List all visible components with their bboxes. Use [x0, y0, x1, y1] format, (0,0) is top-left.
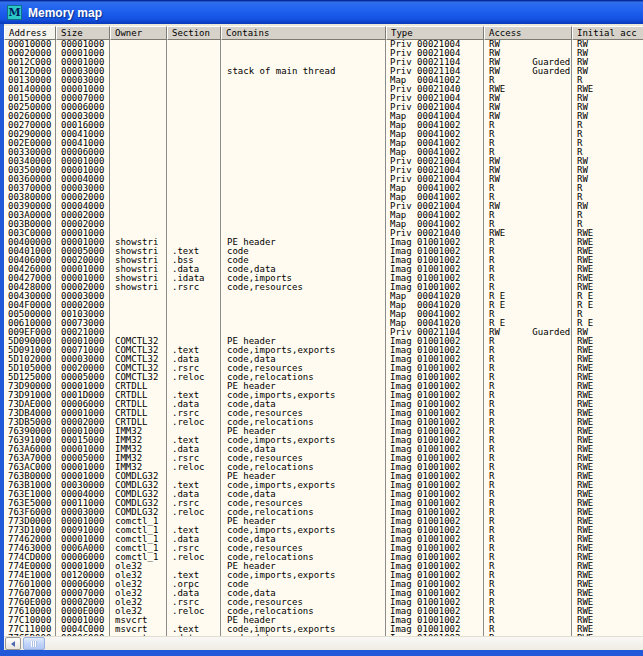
column-header-contains[interactable]: Contains [221, 26, 386, 40]
table-row[interactable]: 0037000000003000Map 00041002RR [4, 184, 643, 193]
table-row[interactable]: 0033000000006000Map 00041002RR [4, 148, 643, 157]
table-row[interactable]: 0061000000073000Map 00041020R ER E [4, 319, 643, 328]
cell-initial-access: RWE [572, 364, 643, 373]
table-row[interactable]: 774630000006A000comctl_1.rsrccode,resour… [4, 544, 643, 553]
table-row[interactable]: 5D10200000003000COMCTL32.datacode,dataIm… [4, 355, 643, 364]
table-row[interactable]: 0014000000001000Priv 00021040RWERWE [4, 85, 643, 94]
table-row[interactable]: 773D000000001000comctl_1PE headerImag 01… [4, 517, 643, 526]
title-bar[interactable]: M Memory map [0, 0, 643, 24]
cell-access: R [484, 139, 572, 148]
table-row[interactable]: 73D910000001D000CRTDLL.textcode,imports,… [4, 391, 643, 400]
memory-map-grid: 0001000000001000Priv 00021004RWRW0002000… [4, 40, 643, 636]
cell-owner [110, 319, 167, 328]
table-row[interactable]: 004F000000002000Map 00041020R ER E [4, 301, 643, 310]
cell-size: 00120000 [56, 571, 110, 580]
table-row[interactable]: 0042800000002000showstri.rsrccode,resour… [4, 283, 643, 292]
table-row[interactable]: 774CD00000006000comctl_1.reloccode,reloc… [4, 553, 643, 562]
table-row[interactable]: 0012C00000001000Priv 00021104RW GuardedR… [4, 58, 643, 67]
cell-access: R [484, 481, 572, 490]
table-row[interactable]: 0034000000001000Priv 00021004RWRW [4, 157, 643, 166]
cell-section [167, 148, 221, 157]
table-row[interactable]: 0027000000016000Map 00041002RR [4, 121, 643, 130]
table-row[interactable]: 0001000000001000Priv 00021004RWRW [4, 40, 643, 49]
cell-access: R [484, 544, 572, 553]
cell-type: Imag 01001002 [386, 445, 484, 454]
table-row[interactable]: 003C000000001000Priv 00021040RWERWE [4, 229, 643, 238]
table-row[interactable]: 774E100000120000ole32.textcode,imports,e… [4, 571, 643, 580]
table-row[interactable]: 0013000000003000Map 00041002RR [4, 76, 643, 85]
table-row[interactable]: 0040000000001000showstriPE headerImag 01… [4, 238, 643, 247]
table-row[interactable]: 776100000000E000ole32.reloccode,relocati… [4, 607, 643, 616]
table-row[interactable]: 7760100000006000ole32.orpccodeImag 01001… [4, 580, 643, 589]
table-row[interactable]: 0029000000041000Map 00041002RR [4, 130, 643, 139]
table-row[interactable]: 0025000000006000Priv 00021004RWRW [4, 103, 643, 112]
table-row[interactable]: 5D10500000020000COMCTL32.rsrccode,resour… [4, 364, 643, 373]
column-header-size[interactable]: Size [56, 26, 110, 40]
horizontal-scrollbar-thumb[interactable] [23, 637, 45, 650]
cell-type: Imag 01001002 [386, 580, 484, 589]
cell-owner [110, 166, 167, 175]
table-row[interactable]: 77C110000004C000msvcrt.textcode,imports,… [4, 625, 643, 634]
table-row[interactable]: 73DB400000001000CRTDLL.rsrccode,resource… [4, 409, 643, 418]
table-row[interactable]: 7639000000001000IMM32PE headerImag 01001… [4, 427, 643, 436]
table-row[interactable]: 7639100000015000IMM32.textcode,imports,e… [4, 436, 643, 445]
horizontal-scrollbar[interactable] [4, 636, 643, 650]
table-row[interactable]: 0043000000003000Map 00041020R ER E [4, 292, 643, 301]
table-row[interactable]: 0042600000001000showstri.datacode,dataIm… [4, 265, 643, 274]
table-row[interactable]: 0039000000004000Priv 00021004RWRW [4, 202, 643, 211]
table-row[interactable]: 763B100000030000COMDLG32.textcode,import… [4, 481, 643, 490]
table-row[interactable]: 763A700000005000IMM32.rsrccode,resources… [4, 454, 643, 463]
table-row[interactable]: 0036000000004000Priv 00021004RWRW [4, 175, 643, 184]
cell-owner: COMCTL32 [110, 364, 167, 373]
table-row[interactable]: 009EF00000021000Priv 00021104RW GuardedR… [4, 328, 643, 337]
table-row[interactable]: 5D09000000001000COMCTL32PE headerImag 01… [4, 337, 643, 346]
table-row[interactable]: 773D100000091000comctl_1.textcode,import… [4, 526, 643, 535]
table-row[interactable]: 763A600000001000IMM32.datacode,dataImag … [4, 445, 643, 454]
table-row[interactable]: 763F600000003000COMDLG32.reloccode,reloc… [4, 508, 643, 517]
table-row[interactable]: 7760E00000002000ole32.rsrccode,resources… [4, 598, 643, 607]
table-row[interactable]: 002E000000041000Map 00041002RR [4, 139, 643, 148]
table-row[interactable]: 73D9000000001000CRTDLLPE headerImag 0100… [4, 382, 643, 391]
table-row[interactable]: 0040100000005000showstri.textcodeImag 01… [4, 247, 643, 256]
table-row[interactable]: 0040600000020000showstri.bsscodeImag 010… [4, 256, 643, 265]
cell-owner: COMDLG32 [110, 508, 167, 517]
table-row[interactable]: 774E000000001000ole32PE headerImag 01001… [4, 562, 643, 571]
table-row[interactable]: 763B000000001000COMDLG32PE headerImag 01… [4, 472, 643, 481]
table-row[interactable]: 003A000000002000Map 00041002RR [4, 211, 643, 220]
cell-section: .data [167, 400, 221, 409]
table-row[interactable]: 0012D00000003000stack of main threadPriv… [4, 67, 643, 76]
column-header-address[interactable]: Address [4, 26, 56, 40]
table-row[interactable]: 763AC00000001000IMM32.reloccode,relocati… [4, 463, 643, 472]
table-row[interactable]: 0038000000002000Map 00041002RR [4, 193, 643, 202]
table-row[interactable]: 77C1000000001000msvcrtPE headerImag 0100… [4, 616, 643, 625]
table-row[interactable]: 0026000000003000Map 00041004RWRW [4, 112, 643, 121]
column-header-section[interactable]: Section [167, 26, 221, 40]
table-row[interactable]: 0015000000007000Priv 00021004RWRW [4, 94, 643, 103]
cell-section [167, 166, 221, 175]
scroll-left-button[interactable] [5, 637, 21, 650]
table-row[interactable]: 763E500000011000COMDLG32.rsrccode,resour… [4, 499, 643, 508]
table-row[interactable]: 003B000000002000Map 00041002RR [4, 220, 643, 229]
cell-access: R [484, 472, 572, 481]
table-row[interactable]: 7746200000001000comctl_1.datacode,dataIm… [4, 535, 643, 544]
cell-size: 00006000 [56, 580, 110, 589]
cell-access: RW Guarded [484, 328, 572, 337]
table-row[interactable]: 5D09100000071000COMCTL32.textcode,import… [4, 346, 643, 355]
column-header-access[interactable]: Access [484, 26, 572, 40]
table-row[interactable]: 5D12500000005000COMCTL32.reloccode,reloc… [4, 373, 643, 382]
column-header-initial-access[interactable]: Initial acc [572, 26, 643, 40]
table-row[interactable]: 0050000000103000Map 00041002RR [4, 310, 643, 319]
column-header-type[interactable]: Type [386, 26, 484, 40]
table-row[interactable]: 0002000000001000Priv 00021004RWRW [4, 49, 643, 58]
table-row[interactable]: 7760700000007000ole32.datacode,dataImag … [4, 589, 643, 598]
table-row[interactable]: 0042700000001000showstri.idatacode,impor… [4, 274, 643, 283]
column-header-owner[interactable]: Owner [110, 26, 167, 40]
cell-size: 0001D000 [56, 391, 110, 400]
table-row[interactable]: 763E100000004000COMDLG32.datacode,dataIm… [4, 490, 643, 499]
cell-type: Imag 01001002 [386, 382, 484, 391]
table-row[interactable]: 0035000000001000Priv 00021004RWRW [4, 166, 643, 175]
cell-address: 763AC000 [4, 463, 56, 472]
cell-access: RW [484, 49, 572, 58]
table-row[interactable]: 73DB500000002000CRTDLL.reloccode,relocat… [4, 418, 643, 427]
table-row[interactable]: 73DAE00000006000CRTDLL.datacode,dataImag… [4, 400, 643, 409]
